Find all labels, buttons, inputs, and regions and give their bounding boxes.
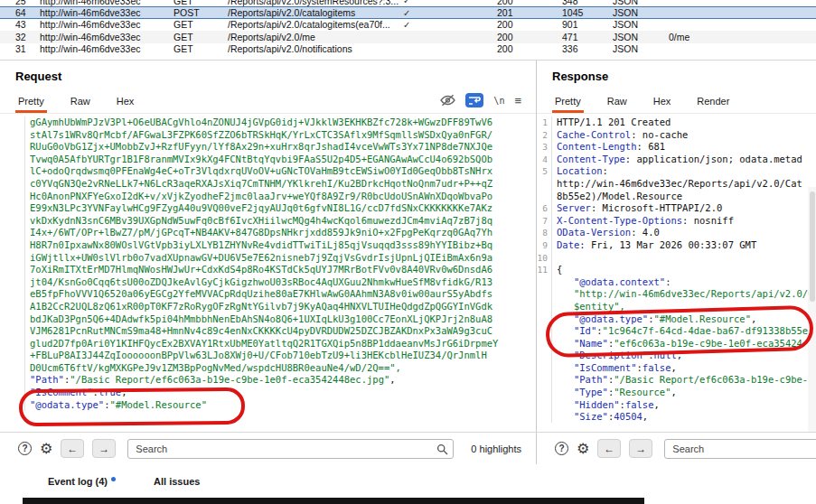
line-number (0, 387, 25, 399)
table-row[interactable]: 31http://win-46m6dve33ecGET/Reports/api/… (0, 43, 816, 55)
code-line: c0YVqGN3Qe2vRNeLLk7+N6LcR3aqeRXAJsXiq7Cm… (0, 178, 536, 191)
code-line: "IsComment":true, (0, 387, 536, 399)
code-line: 11{ (537, 264, 816, 276)
search-next-button[interactable]: → (629, 439, 652, 458)
search-next-button[interactable]: → (92, 439, 116, 458)
table-row[interactable]: 43http://win-46m6dve33ecGET/Reports/api/… (0, 19, 816, 31)
all-issues-button[interactable]: All issues (154, 476, 200, 487)
line-number (537, 325, 552, 338)
code-line: "@odata.context": (537, 276, 816, 289)
response-tab-pretty[interactable]: Pretty (552, 91, 584, 113)
table-cell: JSON (613, 0, 669, 6)
table-cell: ✓ (403, 0, 430, 5)
table-cell: 25 (0, 0, 40, 6)
table-cell: http://win-46m6dve33ec (40, 43, 174, 54)
code-line: "Name":"ef6c063a-b19e-c9be-1e0f-eca35424 (537, 338, 816, 350)
table-cell: ✓ (403, 20, 430, 30)
magnifier-icon (436, 443, 448, 459)
table-cell: 43 (0, 19, 40, 30)
code-line: "IsComment":false, (537, 362, 816, 375)
request-search-input[interactable] (127, 439, 454, 459)
table-cell: http://win-46m6dve33ec (40, 7, 174, 18)
code-line: "Size":40504, (537, 411, 816, 423)
request-tab-raw[interactable]: Raw (68, 91, 93, 113)
code-line: Tvwq0A5AfbYURTgr1B1F8ranmMVIx9kXg4FCNtBt… (0, 154, 536, 166)
response-tab-raw[interactable]: Raw (605, 91, 630, 113)
line-number: 4 (537, 154, 552, 166)
code-line: 6Server: Microsoft-HTTPAPI/2.0 (537, 202, 816, 215)
code-line: Hc0AnonPNXFYeGxoI2dK+v/xVjkZyodheF2jmc0l… (0, 191, 536, 203)
line-number (0, 117, 25, 129)
search-prev-button[interactable]: ← (597, 439, 621, 458)
request-body[interactable]: gGAymhUbWmPJzV3Pl+O6eUBACgVhlo4nZONUJ4jG… (0, 114, 536, 423)
line-number: 6 (537, 202, 552, 215)
code-line: "Type":"Resource", (537, 387, 816, 399)
code-line: 4Content-Type: application/json; odata.m… (537, 154, 816, 166)
code-line: "@odata.type":"#Model.Resource", (537, 313, 816, 326)
table-cell: ✓ (403, 8, 430, 18)
table-row[interactable]: 32http://win-46m6dve33ecGET/Reports/api/… (0, 31, 816, 42)
line-number (0, 288, 25, 301)
code-line: 5Location: (537, 165, 816, 178)
response-search-bar: ? ⚙ ← → (537, 433, 816, 464)
code-line: E99xN3LPc3YVNFaylwHCg9FZygA40u9VQ00veF2j… (0, 202, 536, 215)
code-line: 2Cache-Control: no-cache (537, 129, 816, 142)
response-search-input[interactable] (664, 439, 816, 459)
search-prev-button[interactable]: ← (61, 439, 84, 458)
table-cell: /Reports/api/v2.0/catalogitems(ea70f... (228, 19, 403, 30)
table-cell: 64 (0, 7, 40, 18)
line-number (0, 191, 25, 203)
code-line: "Id":"1c964c7f-64cd-4dae-ba67-df91338b55… (537, 325, 816, 338)
response-scrollbar[interactable] (809, 187, 816, 432)
table-cell: 31 (0, 43, 40, 54)
gear-icon[interactable]: ⚙ (577, 442, 589, 456)
response-body[interactable]: 1HTTP/1.1 201 Created2Cache-Control: no-… (537, 114, 816, 423)
help-icon[interactable]: ? (18, 442, 32, 455)
eye-off-icon[interactable] (440, 94, 455, 107)
code-line: iGWjtllx+UW0slVlrb0o7vadXUpnawGV+DU6V5e7… (0, 252, 536, 265)
line-number (0, 239, 25, 252)
table-row[interactable]: 64http://win-46m6dve33ecPOST/Reports/api… (0, 6, 816, 18)
line-number (0, 325, 25, 338)
table-cell: 200 (430, 19, 562, 30)
table-cell: JSON (613, 32, 669, 42)
menu-icon[interactable]: ≡ (514, 94, 521, 107)
newline-icon[interactable]: \n (493, 96, 504, 106)
response-tab-hex[interactable]: Hex (651, 91, 674, 113)
notification-dot (111, 477, 116, 481)
code-line: stAl7s1WRv8QrMcbf/AFGwaL3FZPK60SfZZO6bTR… (0, 129, 536, 142)
request-tab-hex[interactable]: Hex (114, 91, 137, 113)
table-cell: /Reports/api/v2.0/catalogitems (228, 7, 403, 18)
line-number (537, 411, 552, 423)
line-number: 5 (537, 165, 552, 178)
request-pane-title: Request (0, 61, 536, 83)
table-cell: 1045 (562, 7, 613, 18)
line-number (0, 313, 25, 326)
request-tab-pretty[interactable]: Pretty (15, 91, 47, 113)
code-line: "http://win-46m6dve33ec/Reports/api/v2.0… (537, 288, 816, 301)
code-line: 8OData-Version: 4.0 (537, 227, 816, 239)
line-number (537, 374, 552, 387)
code-line: +FBLuP8AI3J44ZqIoooooonBPpVlw63LJo8XWj0+… (0, 350, 536, 362)
code-line: bdJKaD3Pgn5Q6+4DAdwfk5pi04hMmbbhNenEbAhS… (0, 313, 536, 326)
code-line: gGAymhUbWmPJzV3Pl+O6eUBACgVhlo4nZONUJ4jG… (0, 117, 536, 129)
table-cell: http://win-46m6dve33ec (40, 19, 174, 30)
gear-icon[interactable]: ⚙ (40, 442, 52, 456)
table-cell: 348 (562, 0, 613, 6)
table-row[interactable]: 25http://win-46m6dve33ecGET/Reports/api/… (0, 0, 816, 6)
table-cell: 200 (430, 43, 562, 54)
help-icon[interactable]: ? (555, 442, 568, 455)
table-cell: 336 (562, 43, 613, 54)
line-number (0, 374, 25, 387)
table-cell: http://win-46m6dve33ec (40, 32, 174, 42)
table-cell: /Reports/api/v2.0/me (228, 32, 403, 42)
request-pane: Request Pretty Raw Hex \n ≡ gGAymhUbWmPJ… (0, 61, 537, 432)
http-history-table: 25http://win-46m6dve33ecGET/Reports/api/… (0, 0, 816, 61)
word-wrap-icon[interactable] (465, 93, 483, 107)
line-number (537, 338, 552, 350)
line-number (0, 350, 25, 362)
table-cell: JSON (613, 19, 669, 30)
event-log-button[interactable]: Event log (4) (48, 476, 116, 487)
response-tab-render[interactable]: Render (694, 91, 732, 113)
table-cell: /Reports/api/v2.0/notifications (228, 43, 403, 54)
